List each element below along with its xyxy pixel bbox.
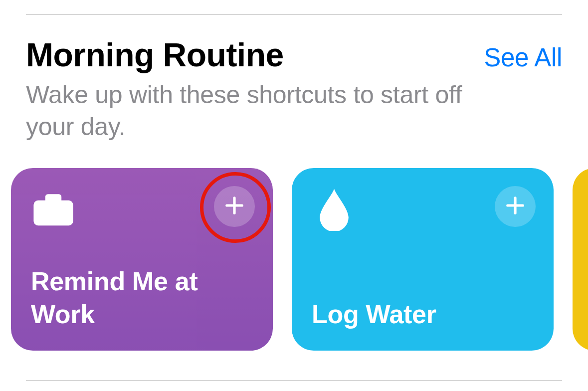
plus-icon [506, 196, 525, 217]
water-drop-icon [312, 186, 357, 231]
card-title: Remind Me at Work [31, 265, 253, 333]
plus-icon [225, 196, 244, 217]
add-shortcut-button[interactable] [495, 186, 536, 227]
briefcase-icon [31, 186, 76, 231]
shortcut-card-remind-me-at-work[interactable]: Remind Me at Work [11, 168, 273, 351]
section-title: Morning Routine [26, 37, 284, 73]
divider [26, 380, 562, 381]
section-header: Morning Routine See All [26, 37, 562, 77]
add-shortcut-button[interactable] [214, 186, 255, 227]
section-subtitle: Wake up with these shortcuts to start of… [26, 79, 515, 143]
shortcut-card-partial[interactable] [573, 168, 588, 351]
cards-row: Remind Me at Work Log Water [11, 168, 588, 351]
shortcut-card-log-water[interactable]: Log Water [292, 168, 554, 351]
card-title: Log Water [312, 298, 534, 333]
divider [26, 14, 562, 15]
see-all-link[interactable]: See All [484, 39, 562, 77]
